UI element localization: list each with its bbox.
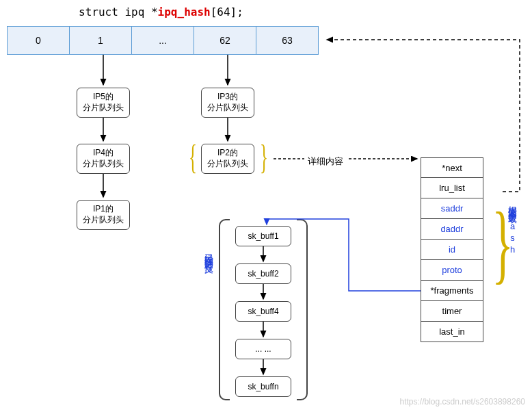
field-id: id xyxy=(421,240,483,260)
skb-bracket-left-icon xyxy=(219,219,230,400)
field-next: *next xyxy=(421,157,483,178)
brace-right-icon: } xyxy=(260,137,268,177)
ip2-node: IP2的 分片队列头 xyxy=(201,144,254,174)
brace-left-icon: { xyxy=(189,137,197,177)
struct-title: struct ipq *ipq_hash[64]; xyxy=(79,5,243,18)
skb-bracket-right-icon xyxy=(297,219,308,400)
title-suffix: [64]; xyxy=(211,5,243,18)
ip3-node: IP3的 分片队列头 xyxy=(201,88,254,118)
ip1-label: IP1的 分片队列头 xyxy=(83,204,124,225)
ip1-node: IP1的 分片队列头 xyxy=(77,200,130,230)
skb1: sk_buff1 xyxy=(235,226,291,246)
ip4-label: IP4的 分片队列头 xyxy=(83,148,124,169)
hash-cell-0: 0 xyxy=(7,26,70,55)
hash-cell-62: 62 xyxy=(194,26,256,55)
hash-caption: 根据这四个参数取hash xyxy=(506,198,518,256)
ip3-label: IP3的 分片队列头 xyxy=(207,92,248,113)
skb2: sk_buff2 xyxy=(235,263,291,284)
ip5-label: IP5的 分片队列头 xyxy=(83,92,124,113)
field-lastin: last_in xyxy=(421,322,483,342)
hash-cell-63: 63 xyxy=(256,26,319,55)
skbn: sk_buffn xyxy=(235,376,291,397)
skb4: sk_buff4 xyxy=(235,301,291,322)
field-saddr: saddr xyxy=(421,198,483,219)
ip5-node: IP5的 分片队列头 xyxy=(77,88,130,118)
field-fragments: *fragments xyxy=(421,281,483,301)
ip4-node: IP4的 分片队列头 xyxy=(77,144,130,174)
skb-dots: ... ... xyxy=(235,339,291,359)
title-name: ipq_hash xyxy=(158,5,211,18)
field-proto: proto xyxy=(421,260,483,281)
field-lru: lru_list xyxy=(421,178,483,198)
hash-array: 0 1 ... 62 63 xyxy=(7,26,319,55)
field-daddr: daddr xyxy=(421,219,483,240)
skb-caption: 已经缓存的分片报文 xyxy=(202,246,215,259)
hash-cell-1: 1 xyxy=(69,26,132,55)
watermark: https://blog.csdn.net/s2603898260 xyxy=(400,397,525,407)
ipq-struct: *next lru_list saddr daddr id proto *fra… xyxy=(421,157,483,342)
ip2-label: IP2的 分片队列头 xyxy=(207,148,248,169)
detail-label: 详细内容 xyxy=(308,155,343,168)
hash-cell-dots: ... xyxy=(131,26,194,55)
title-prefix: struct ipq * xyxy=(79,5,158,18)
field-timer: timer xyxy=(421,301,483,322)
